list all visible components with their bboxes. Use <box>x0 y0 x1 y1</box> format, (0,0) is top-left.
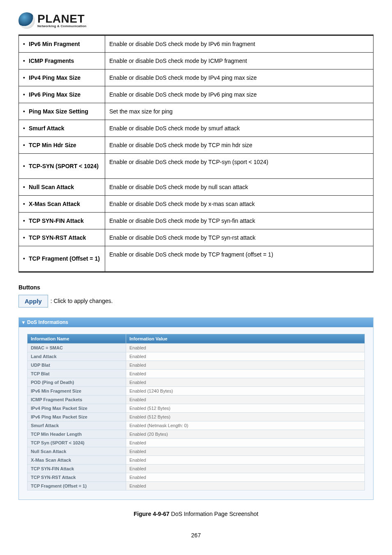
definitions-row: TCP SYN-FIN AttackEnable or disable DoS … <box>19 213 374 229</box>
buttons-heading: Buttons <box>18 284 374 291</box>
info-name: IPv6 Ping Max Packet Size <box>28 412 126 421</box>
info-name: X-Mas Scan Attack <box>28 456 126 464</box>
definitions-row: IPv4 Ping Max SizeEnable or disable DoS … <box>19 69 374 86</box>
logo-tagline: Networking & Communication <box>37 25 86 28</box>
info-row: TCP Min Header LengthEnabled (20 Bytes) <box>28 430 365 438</box>
info-value: Enabled <box>126 378 365 386</box>
info-name: DMAC = SMAC <box>28 343 126 352</box>
info-name: Land Attack <box>28 352 126 361</box>
definitions-row: Null Scan AttackEnable or disable DoS ch… <box>19 179 374 196</box>
info-name: TCP Fragment (Offset = 1) <box>28 481 126 490</box>
info-value: Enabled <box>126 473 365 481</box>
info-value: Enabled <box>126 343 365 352</box>
info-value: Enabled <box>126 395 365 404</box>
page-number: 267 <box>18 532 374 539</box>
definitions-row: TCP SYN-RST AttackEnable or disable DoS … <box>19 229 374 246</box>
info-name: UDP Blat <box>28 361 126 369</box>
definition-term: ICMP Fragments <box>19 53 105 69</box>
definition-desc: Enable or disable DoS check mode by TCP … <box>105 213 374 229</box>
info-value: Enabled <box>126 361 365 369</box>
info-row: Land AttackEnabled <box>28 352 365 361</box>
info-row: TCP BlatEnabled <box>28 369 365 378</box>
definition-desc: Enable or disable DoS check mode by null… <box>105 179 374 196</box>
panel-title-text: DoS Informations <box>27 319 68 325</box>
definitions-row: IPv6 Ping Max SizeEnable or disable DoS … <box>19 86 374 103</box>
col-info-value: Information Value <box>126 334 365 343</box>
definitions-row: TCP Fragment (Offset = 1)Enable or disab… <box>19 246 374 272</box>
definition-desc: Enable or disable DoS check mode by IPv4… <box>105 69 374 86</box>
info-name: Smurf Attack <box>28 421 126 430</box>
definitions-row: ICMP FragmentsEnable or disable DoS chec… <box>19 53 374 69</box>
info-row: X-Mas Scan AttackEnabled <box>28 456 365 464</box>
figure-text: DoS Information Page Screenshot <box>169 511 258 517</box>
definition-term: Smurf Attack <box>19 120 105 137</box>
info-row: IPv6 Min Fragment SizeEnabled (1240 Byte… <box>28 386 365 395</box>
info-row: TCP Fragment (Offset = 1)Enabled <box>28 481 365 490</box>
info-value: Enabled (512 Bytes) <box>126 412 365 421</box>
col-info-name: Information Name <box>28 334 126 343</box>
info-row: POD (Ping of Death)Enabled <box>28 378 365 386</box>
info-name: TCP Blat <box>28 369 126 378</box>
figure-caption: Figure 4-9-67 DoS Information Page Scree… <box>18 511 374 517</box>
info-value: Enabled <box>126 447 365 456</box>
definitions-row: X-Mas Scan AttackEnable or disable DoS c… <box>19 196 374 213</box>
definitions-table: IPv6 Min FragmentEnable or disable DoS c… <box>18 35 374 273</box>
info-row: TCP SYN-FIN AttackEnabled <box>28 464 365 473</box>
info-row: Null Scan AttackEnabled <box>28 447 365 456</box>
info-name: TCP SYN-RST Attack <box>28 473 126 481</box>
info-value: Enabled (1240 Bytes) <box>126 386 365 395</box>
definitions-row: Smurf AttackEnable or disable DoS check … <box>19 120 374 137</box>
definition-desc: Enable or disable DoS check mode by IPv6… <box>105 86 374 103</box>
definitions-row: IPv6 Min FragmentEnable or disable DoS c… <box>19 35 374 53</box>
definition-term: TCP SYN-FIN Attack <box>19 213 105 229</box>
info-row: TCP SYN-RST AttackEnabled <box>28 473 365 481</box>
definition-desc: Enable or disable DoS check mode by smur… <box>105 120 374 137</box>
info-row: ICMP Fragment PacketsEnabled <box>28 395 365 404</box>
definition-term: TCP-SYN (SPORT < 1024) <box>19 154 105 179</box>
definition-term: Ping Max Size Setting <box>19 103 105 120</box>
info-row: IPv6 Ping Max Packet SizeEnabled (512 By… <box>28 412 365 421</box>
info-name: Null Scan Attack <box>28 447 126 456</box>
info-row: UDP BlatEnabled <box>28 361 365 369</box>
definition-term: IPv6 Ping Max Size <box>19 86 105 103</box>
info-name: POD (Ping of Death) <box>28 378 126 386</box>
definitions-row: TCP-SYN (SPORT < 1024)Enable or disable … <box>19 154 374 179</box>
definition-desc: Enable or disable DoS check mode by ICMP… <box>105 53 374 69</box>
definition-desc: Set the max size for ping <box>105 103 374 120</box>
info-name: IPv6 Min Fragment Size <box>28 386 126 395</box>
panel-titlebar[interactable]: ▾ DoS Informations <box>19 318 373 327</box>
definition-term: X-Mas Scan Attack <box>19 196 105 213</box>
info-row: TCP Syn (SPORT < 1024)Enabled <box>28 438 365 447</box>
definition-term: IPv4 Ping Max Size <box>19 69 105 86</box>
apply-description: : Click to apply changes. <box>51 298 113 304</box>
chevron-down-icon: ▾ <box>22 319 25 325</box>
definition-term: TCP Fragment (Offset = 1) <box>19 246 105 272</box>
apply-row: Apply : Click to apply changes. <box>18 295 374 308</box>
info-value: Enabled <box>126 352 365 361</box>
dos-info-table: Information Name Information Value DMAC … <box>27 334 365 490</box>
definition-term: TCP Min Hdr Size <box>19 137 105 154</box>
figure-label: Figure 4-9-67 <box>134 511 169 517</box>
brand-logo: PLANET Networking & Communication <box>18 12 374 29</box>
definition-desc: Enable or disable DoS check mode by IPv6… <box>105 35 374 53</box>
definition-term: TCP SYN-RST Attack <box>19 229 105 246</box>
info-value: Enabled <box>126 464 365 473</box>
definition-term: IPv6 Min Fragment <box>19 35 105 53</box>
info-value: Enabled <box>126 438 365 447</box>
info-name: IPv4 Ping Max Packet Size <box>28 404 126 412</box>
definitions-row: Ping Max Size SettingSet the max size fo… <box>19 103 374 120</box>
info-name: TCP Min Header Length <box>28 430 126 438</box>
apply-button[interactable]: Apply <box>18 295 48 308</box>
info-row: DMAC = SMACEnabled <box>28 343 365 352</box>
definition-desc: Enable or disable DoS check mode by TCP … <box>105 246 374 272</box>
dos-info-panel: ▾ DoS Informations Information Name Info… <box>18 317 374 500</box>
info-name: ICMP Fragment Packets <box>28 395 126 404</box>
info-name: TCP SYN-FIN Attack <box>28 464 126 473</box>
info-value: Enabled (Netmask Length: 0) <box>126 421 365 430</box>
definition-desc: Enable or disable DoS check mode by TCP … <box>105 229 374 246</box>
info-value: Enabled <box>126 481 365 490</box>
definition-desc: Enable or disable DoS check mode by x-ma… <box>105 196 374 213</box>
info-value: Enabled <box>126 456 365 464</box>
info-name: TCP Syn (SPORT < 1024) <box>28 438 126 447</box>
definition-desc: Enable or disable DoS check mode by TCP-… <box>105 154 374 179</box>
